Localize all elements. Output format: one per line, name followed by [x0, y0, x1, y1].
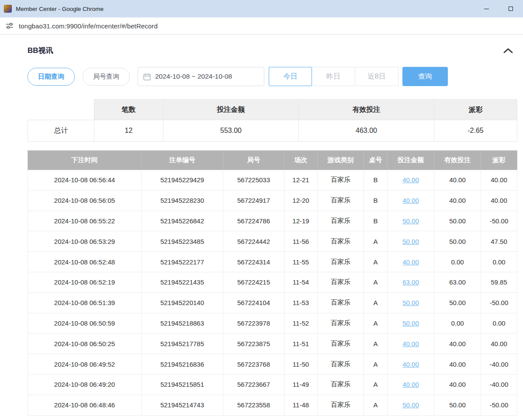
- table-row: 2024-10-08 06:50:25521945217785567223875…: [28, 333, 517, 354]
- session-cell: 12-20: [284, 190, 318, 211]
- round-no-cell: 567223875: [223, 333, 284, 354]
- date-query-tab[interactable]: 日期查询: [28, 68, 75, 86]
- query-button[interactable]: 查询: [402, 67, 448, 86]
- table-no-cell: A: [364, 395, 388, 415]
- header-valid-bet: 有效投注: [434, 151, 481, 170]
- site-settings-icon[interactable]: [6, 22, 14, 30]
- session-cell: 11-51: [284, 333, 318, 354]
- table-no-cell: A: [364, 231, 388, 252]
- valid-bet-cell: 50.00: [434, 211, 481, 231]
- window-controls: [474, 0, 523, 17]
- bet-time-cell: 2024-10-08 06:52:48: [28, 252, 142, 272]
- bet-amount-link[interactable]: 40.00: [402, 381, 419, 388]
- summary-payout-value: -2.65: [434, 120, 517, 142]
- game-type-cell: 百家乐: [318, 272, 364, 292]
- order-no-cell: 521945217785: [142, 333, 223, 354]
- game-type-cell: 百家乐: [318, 252, 364, 272]
- header-payout: 派彩: [481, 151, 517, 170]
- bet-amount-link[interactable]: 50.00: [402, 401, 419, 409]
- summary-header-valid-bet: 有效投注: [299, 100, 434, 120]
- valid-bet-cell: 40.00: [434, 374, 481, 395]
- quick-date-group: 今日 昨日 近8日: [269, 67, 398, 86]
- round-no-cell: 567223667: [223, 374, 284, 395]
- payout-cell: 47.50: [481, 231, 517, 252]
- today-button[interactable]: 今日: [269, 67, 312, 86]
- bet-record-table: 下注时间 注单编号 局号 场次 游戏类别 桌号 投注金额 有效投注 派彩 202…: [28, 150, 517, 416]
- header-round-no: 局号: [223, 151, 284, 170]
- window-title: Member Center - Google Chrome: [16, 6, 104, 12]
- bet-amount-link[interactable]: 50.00: [402, 217, 419, 225]
- payout-cell: 40.00: [481, 170, 517, 191]
- session-cell: 11-48: [284, 395, 318, 415]
- summary-total-label: 总计: [28, 120, 94, 142]
- bet-amount-cell: 40.00: [388, 374, 434, 395]
- last-8-days-button[interactable]: 近8日: [355, 67, 398, 86]
- game-type-cell: 百家乐: [318, 395, 364, 415]
- bet-table-body: 2024-10-08 06:56:44521945229429567225033…: [28, 170, 517, 416]
- payout-cell: 0.00: [481, 313, 517, 333]
- table-no-cell: A: [364, 333, 388, 354]
- valid-bet-cell: 40.00: [434, 170, 481, 191]
- address-bar[interactable]: tongbao31.com:9900/infe/mcenter/#/betRec…: [0, 17, 523, 35]
- round-query-tab[interactable]: 局号查询: [83, 68, 130, 86]
- filter-toolbar: 日期查询 局号查询 2024-10-08 ~ 2024-10-08 今日 昨日 …: [28, 67, 517, 86]
- valid-bet-cell: 50.00: [434, 231, 481, 252]
- yesterday-button[interactable]: 昨日: [312, 67, 355, 86]
- table-row: 2024-10-08 06:52:48521945222177567224314…: [28, 252, 517, 272]
- maximize-button[interactable]: [499, 0, 523, 17]
- bet-amount-cell: 40.00: [388, 170, 434, 191]
- bet-amount-link[interactable]: 63.00: [402, 278, 419, 286]
- collapse-chevron-up-icon[interactable]: [503, 47, 513, 54]
- header-table-no: 桌号: [364, 151, 388, 170]
- url-text[interactable]: tongbao31.com:9900/infe/mcenter/#/betRec…: [19, 22, 158, 30]
- bet-amount-link[interactable]: 40.00: [402, 197, 419, 204]
- bet-time-cell: 2024-10-08 06:49:52: [28, 354, 142, 375]
- session-cell: 11-50: [284, 354, 318, 375]
- site-favicon: [4, 5, 12, 13]
- game-type-cell: 百家乐: [318, 190, 364, 211]
- bet-amount-link[interactable]: 40.00: [402, 361, 419, 368]
- bet-amount-cell: 40.00: [388, 190, 434, 211]
- session-cell: 11-54: [284, 272, 318, 292]
- bet-time-cell: 2024-10-08 06:48:46: [28, 395, 142, 415]
- bet-amount-link[interactable]: 50.00: [402, 299, 419, 306]
- table-no-cell: A: [364, 252, 388, 272]
- bet-amount-link[interactable]: 50.00: [402, 238, 419, 245]
- order-no-cell: 521945226842: [142, 211, 223, 231]
- order-no-cell: 521945222177: [142, 252, 223, 272]
- bet-amount-link[interactable]: 40.00: [402, 340, 419, 347]
- maximize-icon: [509, 7, 513, 11]
- order-no-cell: 521945223485: [142, 231, 223, 252]
- order-no-cell: 521945214743: [142, 395, 223, 415]
- bet-amount-cell: 63.00: [388, 272, 434, 292]
- bet-amount-link[interactable]: 40.00: [402, 176, 419, 184]
- table-no-cell: A: [364, 354, 388, 375]
- date-range-picker[interactable]: 2024-10-08 ~ 2024-10-08: [138, 67, 264, 86]
- round-no-cell: 567224786: [223, 211, 284, 231]
- session-cell: 11-53: [284, 292, 318, 313]
- table-row: 2024-10-08 06:48:46521945214743567223558…: [28, 395, 517, 415]
- window-titlebar: Member Center - Google Chrome: [0, 0, 523, 17]
- bet-amount-cell: 40.00: [388, 333, 434, 354]
- order-no-cell: 521945216836: [142, 354, 223, 375]
- minimize-icon: [484, 9, 489, 9]
- summary-header-blank: [28, 100, 94, 120]
- header-session: 场次: [284, 151, 318, 170]
- minimize-button[interactable]: [474, 0, 499, 17]
- bet-time-cell: 2024-10-08 06:55:22: [28, 211, 142, 231]
- payout-cell: -50.00: [481, 395, 517, 415]
- bet-amount-link[interactable]: 40.00: [402, 258, 419, 266]
- payout-cell: 40.00: [481, 333, 517, 354]
- session-cell: 12-21: [284, 170, 318, 191]
- order-no-cell: 521945218863: [142, 313, 223, 333]
- bet-time-cell: 2024-10-08 06:50:25: [28, 333, 142, 354]
- bet-amount-link[interactable]: 50.00: [402, 319, 419, 327]
- valid-bet-cell: 0.00: [434, 313, 481, 333]
- bet-time-cell: 2024-10-08 06:56:44: [28, 170, 142, 191]
- summary-valid-bet-value: 463.00: [299, 120, 434, 142]
- table-row: 2024-10-08 06:51:39521945220140567224104…: [28, 292, 517, 313]
- section-header: BB视讯: [28, 45, 517, 56]
- bet-amount-cell: 50.00: [388, 395, 434, 415]
- session-cell: 12-19: [284, 211, 318, 231]
- table-no-cell: A: [364, 374, 388, 395]
